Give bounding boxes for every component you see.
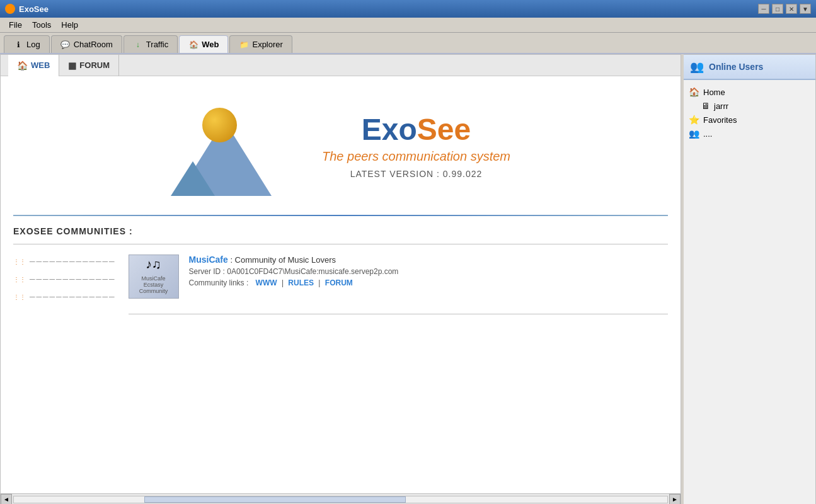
content-area: 🏠 WEB ▦ FORUM ExoSee The — [0, 54, 681, 504]
right-panel: 👥 Online Users 🏠 Home 🖥 jarrr ⭐ Favorite… — [684, 54, 816, 504]
menu-tools[interactable]: Tools — [27, 19, 56, 31]
computer-tree-icon: 🖥 — [701, 101, 710, 111]
scroll-right-button[interactable]: ► — [669, 494, 681, 505]
scroll-horizontal-thumb[interactable] — [144, 496, 406, 503]
tree-item-home[interactable]: 🏠 Home — [687, 85, 812, 99]
menu-bar: File Tools Help — [0, 18, 816, 33]
bullet-line-1: ───────────── — [30, 257, 116, 266]
music-note-icon: ♪♫ — [132, 257, 176, 272]
web-content[interactable]: ExoSee The peers communication system LA… — [1, 76, 681, 493]
online-users-icon: 👥 — [690, 60, 704, 74]
brand-text: ExoSee The peers communication system LA… — [322, 112, 510, 179]
scroll-left-button[interactable]: ◄ — [1, 494, 12, 505]
traffic-icon: ↓ — [133, 40, 143, 50]
tab-chatroom[interactable]: 💬 ChatRoom — [51, 35, 122, 53]
brand-version: LATEST VERSION : 0.99.022 — [322, 169, 510, 179]
logo-circle — [202, 108, 237, 142]
community-logo-inner: ♪♫ MusiCafeEcstasy Community — [129, 255, 178, 299]
title-bar-left: ExoSee — [5, 4, 49, 14]
content-with-sidebar: ⋮⋮ ───────────── ⋮⋮ ───────────── ⋮⋮ ───… — [13, 255, 668, 314]
brand-exo: Exo — [362, 113, 417, 146]
tab-explorer[interactable]: 📁 Explorer — [229, 35, 292, 53]
bottom-scrollbar: ◄ ► — [1, 493, 681, 504]
links-label: Community links : — [189, 278, 249, 287]
app-icon — [5, 4, 15, 14]
sub-nav: 🏠 WEB ▦ FORUM — [1, 55, 681, 76]
home-tree-icon: 🏠 — [689, 87, 699, 97]
subnav-web[interactable]: 🏠 WEB — [8, 55, 59, 76]
logo-graphic — [171, 101, 297, 190]
tab-chatroom-label: ChatRoom — [74, 40, 113, 49]
web-nav-icon: 🏠 — [17, 60, 28, 71]
bullet-line-2: ───────────── — [30, 275, 116, 284]
bullet-item-1: ⋮⋮ ───────────── — [13, 257, 116, 266]
community-info: MusiCafe : Community of Music Lovers Ser… — [189, 255, 668, 287]
subnav-web-label: WEB — [31, 60, 50, 70]
tree-item-jarrr-label: jarrr — [714, 101, 728, 111]
main-layout: 🏠 WEB ▦ FORUM ExoSee The — [0, 54, 816, 504]
separator-pipe-1: | — [282, 278, 285, 287]
tab-log[interactable]: ℹ Log — [4, 35, 50, 53]
community-logo: ♪♫ MusiCafeEcstasy Community — [129, 255, 179, 299]
community-divider — [129, 314, 668, 314]
close-button[interactable]: ✕ — [786, 4, 797, 14]
tab-web-label: Web — [202, 40, 219, 49]
hero-section: ExoSee The peers communication system LA… — [1, 76, 681, 215]
tree-item-home-label: Home — [703, 88, 725, 97]
maximize-button[interactable]: □ — [772, 4, 783, 14]
community-name: MusiCafe — [189, 255, 228, 265]
title-bar: ExoSee ─ □ ✕ ▼ — [0, 0, 816, 18]
web-icon: 🏠 — [188, 40, 198, 50]
separator-pipe-2: | — [318, 278, 322, 287]
bullet-dots-2: ⋮⋮ — [13, 276, 26, 283]
community-server: Server ID : 0A001C0FD4C7\MusiCafe:musica… — [189, 267, 668, 276]
tab-traffic[interactable]: ↓ Traffic — [124, 35, 178, 53]
communities-divider — [13, 244, 668, 244]
tree-item-jarrr[interactable]: 🖥 jarrr — [700, 99, 812, 113]
bullet-line-3: ───────────── — [30, 292, 116, 301]
community-desc: : Community of Music Lovers — [230, 255, 336, 265]
online-users-title: Online Users — [709, 62, 763, 72]
logo-triangle-small — [171, 161, 215, 196]
bullet-dots-1: ⋮⋮ — [13, 258, 26, 265]
dropdown-button[interactable]: ▼ — [800, 4, 811, 14]
log-icon: ℹ — [13, 40, 23, 50]
menu-help[interactable]: Help — [56, 19, 83, 31]
tab-log-label: Log — [26, 40, 40, 49]
subnav-forum-label: FORUM — [79, 60, 110, 70]
subnav-forum[interactable]: ▦ FORUM — [59, 55, 119, 76]
forum-nav-icon: ▦ — [68, 60, 76, 71]
group-tree-icon: 👥 — [689, 129, 699, 139]
link-forum[interactable]: FORUM — [325, 278, 353, 287]
brand-tagline: The peers communication system — [322, 149, 510, 164]
tab-traffic-label: Traffic — [146, 40, 168, 49]
left-bullets: ⋮⋮ ───────────── ⋮⋮ ───────────── ⋮⋮ ───… — [13, 255, 116, 314]
menu-file[interactable]: File — [4, 19, 27, 31]
scroll-horizontal-track[interactable] — [13, 496, 668, 503]
tab-web[interactable]: 🏠 Web — [179, 35, 228, 53]
bullet-dots-3: ⋮⋮ — [13, 294, 26, 301]
link-rules[interactable]: RULES — [288, 278, 314, 287]
communities-section: EXOSEE COMMUNITIES : ⋮⋮ ───────────── ⋮⋮… — [1, 216, 681, 324]
tree-view: 🏠 Home 🖥 jarrr ⭐ Favorites 👥 .... — [684, 80, 815, 146]
tabs-bar: ℹ Log 💬 ChatRoom ↓ Traffic 🏠 Web 📁 Explo… — [0, 33, 816, 54]
tab-explorer-label: Explorer — [252, 40, 282, 49]
tree-item-dots[interactable]: 👥 .... — [687, 127, 812, 140]
brand-name: ExoSee — [322, 112, 510, 147]
link-www[interactable]: WWW — [256, 278, 277, 287]
tree-item-dots-label: .... — [703, 129, 712, 139]
tree-item-favorites-label: Favorites — [703, 115, 737, 125]
bullet-item-2: ⋮⋮ ───────────── — [13, 275, 116, 284]
community-logo-text: MusiCafeEcstasy Community — [132, 273, 176, 297]
community-name-row: MusiCafe : Community of Music Lovers — [189, 255, 668, 265]
community-links: Community links : WWW | RULES | FORUM — [189, 278, 668, 287]
community-card: ♪♫ MusiCafeEcstasy Community MusiCafe : … — [129, 255, 668, 314]
tree-item-favorites[interactable]: ⭐ Favorites — [687, 113, 812, 127]
online-users-header: 👥 Online Users — [684, 55, 815, 80]
communities-title: EXOSEE COMMUNITIES : — [13, 226, 668, 236]
community-item: ♪♫ MusiCafeEcstasy Community MusiCafe : … — [129, 255, 668, 309]
brand-see: See — [417, 113, 471, 146]
favorites-tree-icon: ⭐ — [689, 115, 699, 125]
minimize-button[interactable]: ─ — [758, 4, 769, 14]
window-controls: ─ □ ✕ ▼ — [758, 4, 811, 14]
